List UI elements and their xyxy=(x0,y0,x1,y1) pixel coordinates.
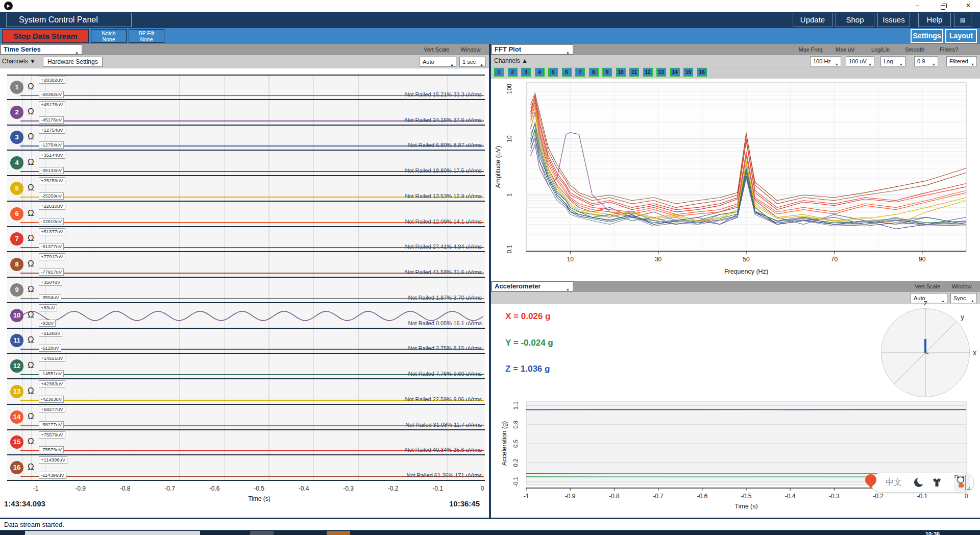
impedance-button-16[interactable]: Ω xyxy=(28,462,34,472)
impedance-button-4[interactable]: Ω xyxy=(28,157,34,167)
channel-toggle-12[interactable]: 12 xyxy=(10,359,23,373)
channel-toggle-3[interactable]: 3 xyxy=(10,131,23,144)
notch-filter-button[interactable]: Notch None xyxy=(91,29,127,43)
channel-toggle-9[interactable]: 9 xyxy=(10,283,23,297)
fft-channel-button-10[interactable]: 10 xyxy=(616,68,626,77)
channel-toggle-11[interactable]: 11 xyxy=(10,334,23,347)
railed-status: Not Railed 12.09% 14.1 uVrms xyxy=(405,218,482,225)
channel-toggle-5[interactable]: 5 xyxy=(10,182,23,195)
impedance-button-3[interactable]: Ω xyxy=(28,132,34,142)
channel-toggle-6[interactable]: 6 xyxy=(10,207,23,221)
impedance-button-10[interactable]: Ω xyxy=(28,310,34,320)
stop-data-stream-button[interactable]: Stop Data Stream xyxy=(2,29,89,43)
ime-toolbar[interactable]: 中文 xyxy=(871,473,974,493)
fft-channel-button-12[interactable]: 12 xyxy=(643,68,653,77)
max-freq-dropdown[interactable]: 100 Hz▲ xyxy=(810,56,841,66)
impedance-button-9[interactable]: Ω xyxy=(28,284,34,295)
fft-channel-button-1[interactable]: 1 xyxy=(494,68,504,77)
impedance-button-13[interactable]: Ω xyxy=(28,386,34,396)
railed-status: Not Railed 61.26% 171 uVrms xyxy=(406,472,482,478)
channel-scale-neg: -3504uV xyxy=(39,294,61,301)
channel-toggle-16[interactable]: 16 xyxy=(10,461,23,474)
status-message: Data stream started. xyxy=(4,521,64,528)
taskbar-window-button[interactable] xyxy=(250,531,274,535)
console-icon[interactable]: ▤ xyxy=(954,13,971,27)
channel-toggle-14[interactable]: 14 xyxy=(10,410,23,424)
channel-scale-neg: -75579uV xyxy=(39,446,64,453)
fft-channel-button-11[interactable]: 11 xyxy=(629,68,639,77)
fft-channel-button-13[interactable]: 13 xyxy=(656,68,666,77)
channel-scale-neg: -25259uV xyxy=(39,192,64,200)
impedance-button-5[interactable]: Ω xyxy=(28,183,34,193)
railed-status: Not Railed 22.59% 9.06 uVrms xyxy=(405,396,482,402)
channel-toggle-2[interactable]: 2 xyxy=(10,106,23,119)
help-button[interactable]: Help xyxy=(918,13,951,27)
impedance-button-8[interactable]: Ω xyxy=(28,259,34,269)
impedance-button-2[interactable]: Ω xyxy=(28,107,34,117)
railed-status: Not Railed 15.21% 33.3 uVrms xyxy=(405,91,482,98)
fft-channel-button-3[interactable]: 3 xyxy=(521,68,531,77)
fft-channel-button-4[interactable]: 4 xyxy=(535,68,545,77)
fft-channel-button-15[interactable]: 15 xyxy=(683,68,693,77)
channel-toggle-4[interactable]: 4 xyxy=(10,156,23,169)
ime-language-label[interactable]: 中文 xyxy=(886,477,902,488)
fft-channel-button-6[interactable]: 6 xyxy=(562,68,572,77)
accel-widget-selector[interactable]: Accelerometer▲ xyxy=(492,281,573,291)
fft-channel-button-2[interactable]: 2 xyxy=(508,68,518,77)
channel-toggle-15[interactable]: 15 xyxy=(10,435,23,449)
maximize-button[interactable] xyxy=(935,1,950,11)
channel-toggle-10[interactable]: 10 xyxy=(10,309,23,322)
impedance-button-12[interactable]: Ω xyxy=(28,360,34,371)
channel-scale-neg: -28382uV xyxy=(39,91,64,98)
issues-button[interactable]: Issues xyxy=(877,13,910,27)
taskbar-window-button[interactable] xyxy=(25,531,200,535)
impedance-button-11[interactable]: Ω xyxy=(28,335,34,345)
window-dropdown[interactable]: 1 sec▲ xyxy=(459,57,486,67)
vert-scale-dropdown[interactable]: Auto▲ xyxy=(420,57,456,67)
taskbar[interactable]: 10:36 xyxy=(0,531,980,535)
layout-button[interactable]: Layout xyxy=(945,29,977,43)
update-button[interactable]: Update xyxy=(793,13,832,27)
fft-widget: FFT Plot▲ Max Freq Max uV Log/Lin Smooth… xyxy=(491,44,980,281)
impedance-button-1[interactable]: Ω xyxy=(28,82,34,92)
impedance-button-7[interactable]: Ω xyxy=(28,233,34,244)
fft-channel-button-8[interactable]: 8 xyxy=(589,68,599,77)
channel-scale-neg: -35144uV xyxy=(39,167,64,174)
channel-toggle-7[interactable]: 7 xyxy=(10,232,23,246)
impedance-button-6[interactable]: Ω xyxy=(28,208,34,218)
svg-text:Amplitude (uV): Amplitude (uV) xyxy=(495,146,502,188)
filters-dropdown[interactable]: Filtered▲ xyxy=(946,56,977,66)
settings-button[interactable]: Settings xyxy=(911,29,943,43)
shop-button[interactable]: Shop xyxy=(836,13,874,27)
hardware-settings-button[interactable]: Hardware Settings xyxy=(43,57,103,67)
channel-toggle-13[interactable]: 13 xyxy=(10,385,23,398)
channel-toggle-8[interactable]: 8 xyxy=(10,258,23,271)
system-control-panel-button[interactable]: System Control Panel xyxy=(6,13,132,27)
fft-channel-button-7[interactable]: 7 xyxy=(575,68,585,77)
close-button[interactable]: × xyxy=(961,1,976,11)
log-lin-dropdown[interactable]: Log▲ xyxy=(880,56,905,66)
minimize-button[interactable]: − xyxy=(910,1,925,11)
svg-text:100: 100 xyxy=(506,84,513,94)
channels-dropdown-button[interactable]: Channels ▼ xyxy=(2,58,36,65)
fft-widget-selector[interactable]: FFT Plot▲ xyxy=(492,44,573,55)
time-series-widget-selector[interactable]: Time Series▲ xyxy=(1,44,82,55)
moon-icon[interactable] xyxy=(914,478,923,487)
smooth-dropdown[interactable]: 0.9▲ xyxy=(914,56,938,66)
max-uv-dropdown[interactable]: 100 uV▲ xyxy=(846,56,874,66)
channel-toggle-1[interactable]: 1 xyxy=(10,81,23,94)
impedance-button-15[interactable]: Ω xyxy=(28,436,34,447)
bandpass-filter-button[interactable]: BP Filt None xyxy=(129,29,164,43)
ime-mascot-icon[interactable] xyxy=(954,474,970,492)
fft-channel-button-9[interactable]: 9 xyxy=(602,68,612,77)
fft-channel-button-5[interactable]: 5 xyxy=(548,68,558,77)
accel-header: Accelerometer▲ Vert Scale Window xyxy=(491,281,980,292)
fft-channel-button-16[interactable]: 16 xyxy=(697,68,707,77)
tshirt-icon[interactable] xyxy=(932,478,943,488)
ts-x-tick: -0.1 xyxy=(432,485,443,492)
impedance-button-14[interactable]: Ω xyxy=(28,411,34,422)
channel-scale-neg: -58277uV xyxy=(39,421,64,428)
fft-channel-button-14[interactable]: 14 xyxy=(670,68,680,77)
taskbar-window-button[interactable] xyxy=(327,531,350,535)
fft-channels-dropdown-button[interactable]: Channels ▲ xyxy=(494,57,528,64)
